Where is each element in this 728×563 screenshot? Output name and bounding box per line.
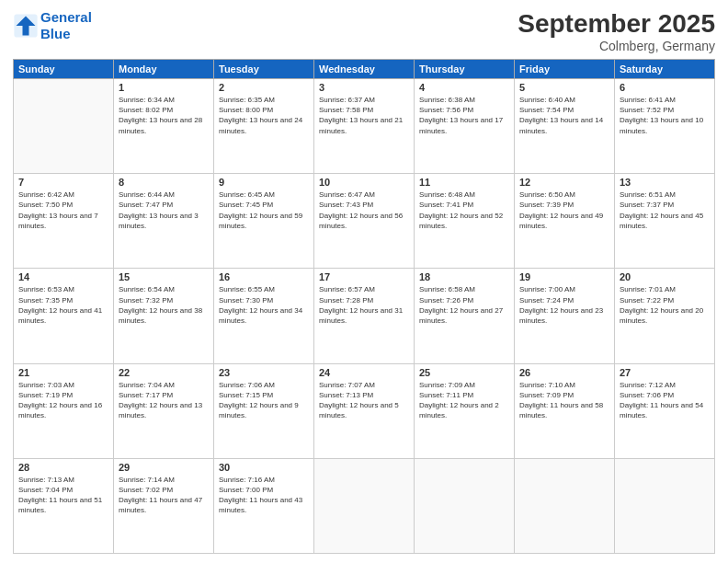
logo-line1: General xyxy=(40,9,92,25)
day-number: 11 xyxy=(419,177,509,188)
table-row: 18 Sunrise: 6:58 AMSunset: 7:26 PMDaylig… xyxy=(415,269,515,363)
calendar-week-row: 14 Sunrise: 6:53 AMSunset: 7:35 PMDaylig… xyxy=(14,269,715,363)
day-info: Sunrise: 6:42 AMSunset: 7:50 PMDaylight:… xyxy=(18,190,108,231)
day-info: Sunrise: 7:12 AMSunset: 7:06 PMDaylight:… xyxy=(620,380,710,421)
day-number: 9 xyxy=(219,177,309,188)
day-number: 20 xyxy=(620,271,710,282)
table-row: 1 Sunrise: 6:34 AMSunset: 8:02 PMDayligh… xyxy=(114,79,214,174)
day-number: 28 xyxy=(18,462,108,473)
table-row: 6 Sunrise: 6:41 AMSunset: 7:52 PMDayligh… xyxy=(615,79,715,174)
table-row xyxy=(615,458,715,553)
day-number: 26 xyxy=(519,367,609,378)
day-number: 16 xyxy=(219,271,309,282)
table-row: 10 Sunrise: 6:47 AMSunset: 7:43 PMDaylig… xyxy=(314,174,415,269)
header-sunday: Sunday xyxy=(14,60,114,79)
day-number: 24 xyxy=(319,367,409,378)
table-row: 4 Sunrise: 6:38 AMSunset: 7:56 PMDayligh… xyxy=(415,79,515,174)
day-number: 4 xyxy=(419,82,509,93)
day-number: 6 xyxy=(620,82,710,93)
logo-text: General Blue xyxy=(40,9,92,42)
table-row: 3 Sunrise: 6:37 AMSunset: 7:58 PMDayligh… xyxy=(314,79,415,174)
table-row xyxy=(14,79,114,174)
day-number: 17 xyxy=(319,271,409,282)
day-number: 14 xyxy=(18,271,108,282)
day-info: Sunrise: 7:09 AMSunset: 7:11 PMDaylight:… xyxy=(419,380,509,421)
day-number: 18 xyxy=(419,271,509,282)
table-row: 14 Sunrise: 6:53 AMSunset: 7:35 PMDaylig… xyxy=(14,269,114,363)
calendar-week-row: 28 Sunrise: 7:13 AMSunset: 7:04 PMDaylig… xyxy=(14,458,715,553)
table-row: 13 Sunrise: 6:51 AMSunset: 7:37 PMDaylig… xyxy=(615,174,715,269)
day-info: Sunrise: 6:45 AMSunset: 7:45 PMDaylight:… xyxy=(219,190,309,231)
table-row xyxy=(415,458,515,553)
calendar-week-row: 7 Sunrise: 6:42 AMSunset: 7:50 PMDayligh… xyxy=(14,174,715,269)
header-tuesday: Tuesday xyxy=(214,60,314,79)
day-number: 5 xyxy=(519,82,609,93)
day-info: Sunrise: 7:10 AMSunset: 7:09 PMDaylight:… xyxy=(519,380,609,421)
day-info: Sunrise: 6:41 AMSunset: 7:52 PMDaylight:… xyxy=(620,95,710,136)
table-row: 11 Sunrise: 6:48 AMSunset: 7:41 PMDaylig… xyxy=(415,174,515,269)
day-info: Sunrise: 6:58 AMSunset: 7:26 PMDaylight:… xyxy=(419,284,509,326)
day-info: Sunrise: 6:50 AMSunset: 7:39 PMDaylight:… xyxy=(519,190,609,231)
table-row: 5 Sunrise: 6:40 AMSunset: 7:54 PMDayligh… xyxy=(515,79,615,174)
header-saturday: Saturday xyxy=(615,60,715,79)
day-number: 21 xyxy=(18,367,108,378)
calendar-header-row: Sunday Monday Tuesday Wednesday Thursday… xyxy=(14,60,715,79)
day-info: Sunrise: 6:51 AMSunset: 7:37 PMDaylight:… xyxy=(620,190,710,231)
calendar-week-row: 1 Sunrise: 6:34 AMSunset: 8:02 PMDayligh… xyxy=(14,79,715,174)
day-number: 29 xyxy=(119,462,209,473)
day-info: Sunrise: 7:04 AMSunset: 7:17 PMDaylight:… xyxy=(119,380,209,421)
header-friday: Friday xyxy=(515,60,615,79)
table-row: 20 Sunrise: 7:01 AMSunset: 7:22 PMDaylig… xyxy=(615,269,715,363)
day-info: Sunrise: 6:44 AMSunset: 7:47 PMDaylight:… xyxy=(119,190,209,231)
day-info: Sunrise: 7:00 AMSunset: 7:24 PMDaylight:… xyxy=(519,284,609,326)
table-row: 30 Sunrise: 7:16 AMSunset: 7:00 PMDaylig… xyxy=(214,458,314,553)
header: General Blue September 2025 Colmberg, Ge… xyxy=(13,9,715,53)
logo-line2: Blue xyxy=(40,26,71,41)
header-monday: Monday xyxy=(114,60,214,79)
table-row: 28 Sunrise: 7:13 AMSunset: 7:04 PMDaylig… xyxy=(14,458,114,553)
day-number: 19 xyxy=(519,271,609,282)
table-row: 7 Sunrise: 6:42 AMSunset: 7:50 PMDayligh… xyxy=(14,174,114,269)
day-number: 23 xyxy=(219,367,309,378)
table-row: 2 Sunrise: 6:35 AMSunset: 8:00 PMDayligh… xyxy=(214,79,314,174)
table-row: 26 Sunrise: 7:10 AMSunset: 7:09 PMDaylig… xyxy=(515,363,615,458)
day-info: Sunrise: 6:47 AMSunset: 7:43 PMDaylight:… xyxy=(319,190,409,231)
day-number: 25 xyxy=(419,367,509,378)
title-block: September 2025 Colmberg, Germany xyxy=(518,9,715,53)
table-row: 22 Sunrise: 7:04 AMSunset: 7:17 PMDaylig… xyxy=(114,363,214,458)
table-row xyxy=(314,458,415,553)
header-thursday: Thursday xyxy=(415,60,515,79)
day-number: 22 xyxy=(119,367,209,378)
day-info: Sunrise: 6:55 AMSunset: 7:30 PMDaylight:… xyxy=(219,284,309,326)
page: General Blue September 2025 Colmberg, Ge… xyxy=(0,0,728,563)
table-row: 17 Sunrise: 6:57 AMSunset: 7:28 PMDaylig… xyxy=(314,269,415,363)
day-info: Sunrise: 6:40 AMSunset: 7:54 PMDaylight:… xyxy=(519,95,609,136)
day-info: Sunrise: 7:07 AMSunset: 7:13 PMDaylight:… xyxy=(319,380,409,421)
location: Colmberg, Germany xyxy=(518,39,715,53)
table-row: 24 Sunrise: 7:07 AMSunset: 7:13 PMDaylig… xyxy=(314,363,415,458)
day-info: Sunrise: 7:03 AMSunset: 7:19 PMDaylight:… xyxy=(18,380,108,421)
day-number: 15 xyxy=(119,271,209,282)
day-number: 12 xyxy=(519,177,609,188)
day-number: 2 xyxy=(219,82,309,93)
table-row: 9 Sunrise: 6:45 AMSunset: 7:45 PMDayligh… xyxy=(214,174,314,269)
logo: General Blue xyxy=(13,9,92,42)
table-row: 21 Sunrise: 7:03 AMSunset: 7:19 PMDaylig… xyxy=(14,363,114,458)
table-row: 19 Sunrise: 7:00 AMSunset: 7:24 PMDaylig… xyxy=(515,269,615,363)
table-row: 15 Sunrise: 6:54 AMSunset: 7:32 PMDaylig… xyxy=(114,269,214,363)
table-row: 23 Sunrise: 7:06 AMSunset: 7:15 PMDaylig… xyxy=(214,363,314,458)
calendar-table: Sunday Monday Tuesday Wednesday Thursday… xyxy=(13,59,715,554)
day-info: Sunrise: 7:06 AMSunset: 7:15 PMDaylight:… xyxy=(219,380,309,421)
day-number: 30 xyxy=(219,462,309,473)
day-info: Sunrise: 6:34 AMSunset: 8:02 PMDaylight:… xyxy=(119,95,209,136)
day-info: Sunrise: 6:35 AMSunset: 8:00 PMDaylight:… xyxy=(219,95,309,136)
table-row xyxy=(515,458,615,553)
day-info: Sunrise: 6:54 AMSunset: 7:32 PMDaylight:… xyxy=(119,284,209,326)
day-number: 10 xyxy=(319,177,409,188)
day-number: 8 xyxy=(119,177,209,188)
table-row: 29 Sunrise: 7:14 AMSunset: 7:02 PMDaylig… xyxy=(114,458,214,553)
logo-icon xyxy=(13,13,39,39)
day-number: 13 xyxy=(620,177,710,188)
day-info: Sunrise: 6:38 AMSunset: 7:56 PMDaylight:… xyxy=(419,95,509,136)
day-info: Sunrise: 7:16 AMSunset: 7:00 PMDaylight:… xyxy=(219,475,309,516)
